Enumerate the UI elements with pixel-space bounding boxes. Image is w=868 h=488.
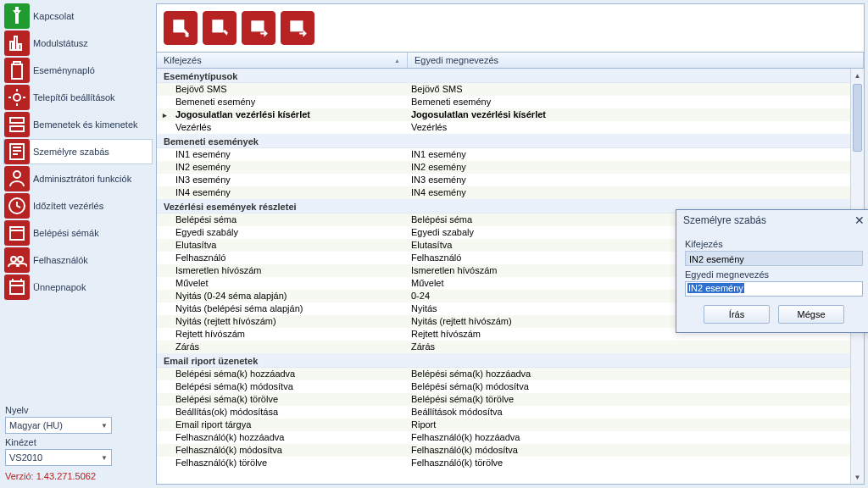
sidebar-item-label: Belépési sémák bbox=[33, 228, 99, 238]
table-row[interactable]: VezérlésVezérlés bbox=[157, 121, 864, 134]
cell-definition: Nyitás (rejtett hívószám) bbox=[408, 315, 512, 328]
sidebar-item-3[interactable]: Telepítői beállítások bbox=[3, 85, 153, 110]
table-row[interactable]: Felhasználó(k) módosítvaFelhasználó(k) m… bbox=[157, 444, 864, 457]
scroll-thumb[interactable] bbox=[853, 84, 862, 152]
table-row[interactable]: Bejövő SMSBejövő SMS bbox=[157, 83, 864, 96]
clipboard-icon bbox=[4, 58, 30, 83]
dialog-ok-button[interactable]: Írás bbox=[704, 305, 770, 324]
sidebar: KapcsolatModulstátuszEseménynaplóTelepít… bbox=[0, 0, 156, 488]
toolbar-import-button[interactable] bbox=[242, 11, 275, 45]
main-panel: Kifejezés Egyedi megnevezés Eseménytípus… bbox=[156, 3, 865, 485]
admin-icon bbox=[4, 166, 30, 191]
cell-expression: Bejövő SMS bbox=[172, 83, 408, 96]
row-indicator bbox=[157, 444, 172, 457]
sidebar-item-label: Felhasználók bbox=[33, 255, 88, 265]
table-row[interactable]: ZárásZárás bbox=[157, 341, 864, 353]
dialog-definition-input[interactable]: IN2 esemény bbox=[685, 281, 863, 297]
cell-expression: Nyitás (rejtett hívószám) bbox=[172, 315, 408, 328]
group-header[interactable]: Eseménytípusok bbox=[157, 69, 864, 83]
cell-definition: Felhasználó bbox=[408, 252, 461, 264]
toolbar-export-button[interactable] bbox=[281, 11, 314, 45]
table-row[interactable]: Email riport tárgyaRiport bbox=[157, 419, 864, 431]
row-indicator bbox=[157, 174, 172, 186]
language-select[interactable]: Magyar (HU) bbox=[5, 417, 112, 434]
table-row[interactable]: IN2 eseményIN2 esemény bbox=[157, 161, 864, 174]
table-row[interactable]: Beállítás(ok) módosításaBeállítások módo… bbox=[157, 406, 864, 419]
table-row[interactable]: IN4 eseményIN4 esemény bbox=[157, 186, 864, 199]
cell-definition: Belépési séma(k) hozzáadva bbox=[408, 368, 531, 380]
cell-expression: Bemeneti esemény bbox=[172, 96, 408, 108]
sidebar-item-label: Modulstátusz bbox=[33, 38, 88, 48]
cell-expression: Felhasználó bbox=[172, 252, 408, 264]
table-row[interactable]: Jogosulatlan vezérlési kísérletJogosulat… bbox=[157, 108, 864, 121]
scroll-down-icon[interactable]: ▼ bbox=[851, 470, 864, 484]
cell-definition: Belépési séma(k) módosítva bbox=[408, 380, 529, 393]
dialog-definition-label: Egyedi megnevezés bbox=[685, 269, 863, 280]
group-header[interactable]: Bemeneti események bbox=[157, 134, 864, 148]
cell-definition: 0-24 bbox=[408, 290, 430, 302]
cell-expression: Egyedi szabály bbox=[172, 226, 408, 239]
version-label: Verzió: 1.43.271.5062 bbox=[5, 471, 151, 481]
table-row[interactable]: Bemeneti eseményBemeneti esemény bbox=[157, 96, 864, 108]
language-label: Nyelv bbox=[5, 405, 151, 415]
close-icon[interactable]: ✕ bbox=[854, 214, 865, 227]
io-icon bbox=[4, 112, 30, 137]
cell-expression: Elutasítva bbox=[172, 239, 408, 252]
row-indicator bbox=[157, 108, 172, 121]
table-row[interactable]: Belépési séma(k) törölveBelépési séma(k)… bbox=[157, 393, 864, 406]
sidebar-item-2[interactable]: Eseménynapló bbox=[3, 58, 153, 83]
toolbar bbox=[157, 4, 864, 52]
customize-dialog: Személyre szabás ✕ Kifejezés IN2 esemény… bbox=[676, 209, 868, 333]
cell-expression: Belépési séma bbox=[172, 214, 408, 226]
column-header-definition[interactable]: Egyedi megnevezés bbox=[408, 53, 864, 68]
table-row[interactable]: Belépési séma(k) módosítvaBelépési séma(… bbox=[157, 380, 864, 393]
toolbar-write-button[interactable] bbox=[203, 11, 236, 45]
cell-expression: Email riport tárgya bbox=[172, 419, 408, 431]
sidebar-item-10[interactable]: Ünnepnapok bbox=[3, 274, 153, 300]
row-indicator bbox=[157, 252, 172, 264]
cell-definition: Belépési séma bbox=[408, 214, 472, 226]
cell-definition: Bejövő SMS bbox=[408, 83, 463, 96]
sidebar-item-label: Személyre szabás bbox=[33, 147, 109, 157]
chart-icon bbox=[4, 30, 30, 56]
column-headers: Kifejezés Egyedi megnevezés bbox=[157, 52, 864, 69]
column-header-expression[interactable]: Kifejezés bbox=[157, 53, 408, 68]
table-row[interactable]: IN1 eseményIN1 esemény bbox=[157, 148, 864, 161]
cell-definition: Művelet bbox=[408, 277, 444, 290]
table-row[interactable]: IN3 eseményIN3 esemény bbox=[157, 174, 864, 186]
cell-definition: Egyedi szabaly bbox=[408, 226, 474, 239]
cell-expression: IN2 esemény bbox=[172, 161, 408, 174]
sidebar-item-8[interactable]: Belépési sémák bbox=[3, 220, 153, 246]
table-row[interactable]: Felhasználó(k) hozzáadvaFelhasználó(k) h… bbox=[157, 431, 864, 444]
row-indicator bbox=[157, 341, 172, 353]
sidebar-item-6[interactable]: Adminisztrátori funkciók bbox=[3, 166, 153, 191]
sidebar-item-0[interactable]: Kapcsolat bbox=[3, 3, 153, 29]
row-indicator bbox=[157, 393, 172, 406]
sidebar-item-4[interactable]: Bemenetek és kimenetek bbox=[3, 112, 153, 137]
sidebar-item-7[interactable]: Időzített vezérlés bbox=[3, 193, 153, 219]
group-header[interactable]: Email riport üzenetek bbox=[157, 353, 864, 368]
cell-definition: IN1 esemény bbox=[408, 148, 466, 161]
table-row[interactable]: Felhasználó(k) törölveFelhasználó(k) tör… bbox=[157, 457, 864, 469]
cell-definition: Felhasználó(k) módosítva bbox=[408, 444, 518, 457]
table-row[interactable]: Belépési séma(k) hozzáadvaBelépési séma(… bbox=[157, 368, 864, 380]
cell-definition: Beállítások módosítva bbox=[408, 406, 503, 419]
dialog-cancel-button[interactable]: Mégse bbox=[778, 305, 844, 324]
cell-definition: Felhasználó(k) törölve bbox=[408, 457, 503, 469]
sidebar-item-label: Eseménynapló bbox=[33, 65, 95, 75]
row-indicator bbox=[157, 96, 172, 108]
cell-expression: Rejtett hívószám bbox=[172, 328, 408, 341]
scroll-up-icon[interactable]: ▲ bbox=[851, 69, 864, 82]
row-indicator bbox=[157, 302, 172, 315]
sidebar-item-1[interactable]: Modulstátusz bbox=[3, 30, 153, 56]
cell-definition: Bemeneti esemény bbox=[408, 96, 491, 108]
toolbar-read-button[interactable] bbox=[164, 11, 198, 45]
row-indicator bbox=[157, 431, 172, 444]
usb-icon bbox=[4, 3, 30, 29]
cell-expression: Nyitás (belépési séma alapján) bbox=[172, 302, 408, 315]
sidebar-item-5[interactable]: Személyre szabás bbox=[3, 139, 153, 164]
cell-expression: Ismeretlen hívószám bbox=[172, 264, 408, 277]
sidebar-item-9[interactable]: Felhasználók bbox=[3, 247, 153, 273]
cell-definition: Nyitás bbox=[408, 302, 437, 315]
skin-select[interactable]: VS2010 bbox=[5, 449, 112, 466]
